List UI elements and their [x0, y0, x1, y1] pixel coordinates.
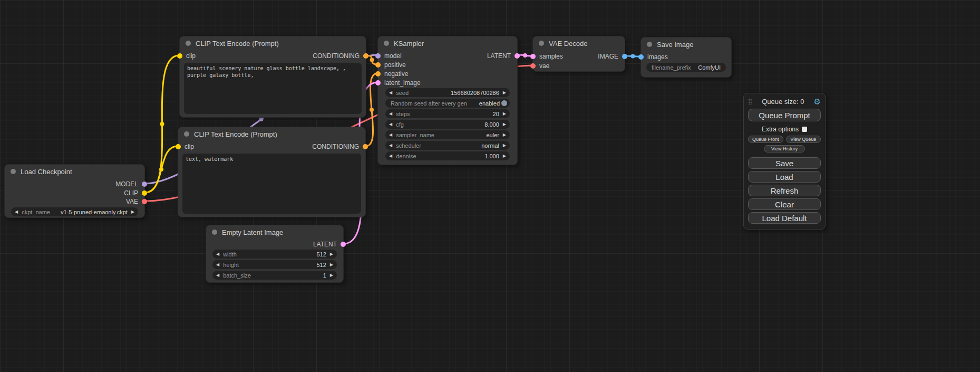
node-title: VAE Decode	[549, 40, 587, 47]
increment-arrow[interactable]: ▶	[330, 260, 333, 269]
node-header[interactable]: Load Checkpoint	[5, 165, 144, 178]
input-slot-positive[interactable]: positive	[375, 62, 406, 68]
increment-arrow[interactable]: ▶	[503, 151, 506, 160]
node-header[interactable]: VAE Decode	[533, 36, 625, 50]
collapse-dot[interactable]	[384, 41, 389, 46]
widget-value: normal	[481, 142, 499, 149]
node-header[interactable]: KSampler	[378, 36, 517, 50]
seed-toggle-knob[interactable]	[501, 100, 507, 106]
increment-arrow[interactable]: ▶	[330, 250, 333, 259]
widget-steps[interactable]: ◀ steps 20 ▶	[385, 109, 510, 118]
output-slot-model[interactable]: MODEL	[115, 181, 147, 187]
input-slot-clip[interactable]: clip	[176, 144, 194, 150]
collapse-dot[interactable]	[184, 131, 189, 137]
node-header[interactable]: Empty Latent Image	[206, 225, 343, 239]
decrement-arrow[interactable]: ◀	[216, 260, 219, 269]
input-slot-vae[interactable]: vae	[530, 63, 549, 69]
widget-value: 512	[316, 262, 326, 268]
input-slot-latent-image[interactable]: latent_image	[375, 80, 421, 86]
collapse-dot[interactable]	[186, 41, 191, 46]
clear-button[interactable]: Clear	[748, 198, 821, 210]
output-slot-latent[interactable]: LATENT	[313, 241, 346, 247]
widget-sampler-name[interactable]: ◀ sampler_name euler ▶	[385, 130, 510, 139]
node-header[interactable]: Save Image	[641, 37, 731, 51]
queue-front-button[interactable]: Queue Front	[748, 136, 783, 143]
extra-options-checkbox[interactable]	[802, 127, 807, 132]
slot-label: samples	[539, 53, 563, 60]
refresh-button[interactable]: Refresh	[748, 185, 821, 196]
load-button[interactable]: Load	[748, 171, 821, 183]
widget-label: Random seed after every gen	[391, 100, 467, 107]
link-midpoint-dot	[370, 108, 374, 112]
decrement-arrow[interactable]: ◀	[216, 250, 219, 259]
node-clip-text-encode-positive[interactable]: CLIP Text Encode (Prompt) clip CONDITION…	[179, 36, 366, 118]
input-slot-model[interactable]: model	[375, 53, 402, 59]
input-slot-clip[interactable]: clip	[177, 53, 196, 59]
collapse-dot[interactable]	[212, 230, 217, 235]
increment-arrow[interactable]: ▶	[503, 109, 506, 118]
node-header[interactable]: CLIP Text Encode (Prompt)	[180, 36, 366, 50]
increment-arrow[interactable]: ▶	[503, 130, 506, 139]
slot-label: model	[384, 52, 402, 60]
widget-ckpt-name[interactable]: ◀ ckpt_name v1-5-pruned-emaonly.ckpt ▶	[11, 207, 138, 216]
decrement-arrow[interactable]: ◀	[389, 151, 392, 160]
widget-value: 156680208700286	[451, 90, 499, 96]
decrement-arrow[interactable]: ◀	[15, 207, 18, 216]
increment-arrow[interactable]: ▶	[330, 271, 333, 280]
node-save-image[interactable]: Save Image images filename_prefix ComfyU…	[641, 37, 732, 78]
menu-drag-handle-icon[interactable]: ⣿	[748, 99, 752, 104]
node-ksampler[interactable]: KSampler model positive negative latent_…	[377, 36, 518, 165]
output-slot-latent[interactable]: LATENT	[487, 53, 520, 59]
widget-value: enabled	[479, 100, 500, 107]
node-clip-text-encode-negative[interactable]: CLIP Text Encode (Prompt) clip CONDITION…	[178, 127, 366, 217]
view-history-button[interactable]: View History	[764, 145, 805, 152]
decrement-arrow[interactable]: ◀	[389, 88, 392, 97]
widget-width[interactable]: ◀ width 512 ▶	[212, 250, 337, 259]
queue-prompt-button[interactable]: Queue Prompt	[748, 109, 821, 121]
decrement-arrow[interactable]: ◀	[389, 109, 392, 118]
settings-gear-icon[interactable]: ⚙	[814, 98, 821, 106]
widget-label: seed	[396, 90, 409, 96]
queue-size-label: Queue size: 0	[752, 98, 813, 106]
output-slot-conditioning[interactable]: CONDITIONING	[312, 144, 368, 150]
slot-label: negative	[384, 70, 408, 78]
node-load-checkpoint[interactable]: Load Checkpoint MODEL CLIP VAE ◀ ckpt_na…	[4, 164, 145, 218]
negative-prompt-textarea[interactable]: text, watermark	[182, 154, 361, 214]
node-vae-decode[interactable]: VAE Decode samples vae IMAGE	[532, 36, 625, 72]
view-queue-button[interactable]: View Queue	[786, 136, 821, 143]
save-button[interactable]: Save	[748, 157, 821, 169]
output-slot-conditioning[interactable]: CONDITIONING	[313, 53, 368, 59]
decrement-arrow[interactable]: ◀	[216, 271, 219, 280]
load-default-button[interactable]: Load Default	[748, 212, 821, 224]
widget-batch-size[interactable]: ◀ batch_size 1 ▶	[212, 271, 337, 280]
positive-prompt-textarea[interactable]: beautiful scenery nature glass bottle la…	[184, 63, 362, 114]
increment-arrow[interactable]: ▶	[503, 88, 506, 97]
output-slot-clip[interactable]: CLIP	[124, 190, 147, 196]
collapse-dot[interactable]	[11, 169, 16, 174]
input-slot-images[interactable]: images	[638, 54, 668, 60]
output-slot-image[interactable]: IMAGE	[598, 53, 627, 60]
widget-seed-control[interactable]: Random seed after every gen enabled	[385, 99, 510, 108]
node-empty-latent-image[interactable]: Empty Latent Image LATENT ◀ width 512 ▶ …	[206, 225, 344, 283]
output-slot-vae[interactable]: VAE	[126, 198, 147, 205]
increment-arrow[interactable]: ▶	[503, 120, 506, 129]
widget-denoise[interactable]: ◀ denoise 1.000 ▶	[385, 151, 510, 160]
collapse-dot[interactable]	[539, 41, 544, 46]
node-header[interactable]: CLIP Text Encode (Prompt)	[178, 127, 365, 141]
widget-scheduler[interactable]: ◀ scheduler normal ▶	[385, 141, 510, 150]
widget-height[interactable]: ◀ height 512 ▶	[212, 260, 337, 269]
input-slot-negative[interactable]: negative	[375, 71, 408, 77]
widget-label: ckpt_name	[22, 209, 50, 215]
decrement-arrow[interactable]: ◀	[389, 130, 392, 139]
slot-label: CLIP	[124, 189, 138, 197]
comfyui-canvas[interactable]: { "colors": { "model": "#B39DDB", "clip"…	[0, 0, 980, 372]
input-slot-samples[interactable]: samples	[530, 53, 563, 60]
increment-arrow[interactable]: ▶	[131, 207, 134, 216]
widget-seed[interactable]: ◀ seed 156680208700286 ▶	[385, 88, 510, 97]
decrement-arrow[interactable]: ◀	[389, 120, 392, 129]
widget-cfg[interactable]: ◀ cfg 8.000 ▶	[385, 120, 510, 129]
widget-filename-prefix[interactable]: filename_prefix ComfyUI	[646, 63, 726, 72]
increment-arrow[interactable]: ▶	[503, 141, 506, 150]
decrement-arrow[interactable]: ◀	[389, 141, 392, 150]
collapse-dot[interactable]	[647, 42, 652, 47]
